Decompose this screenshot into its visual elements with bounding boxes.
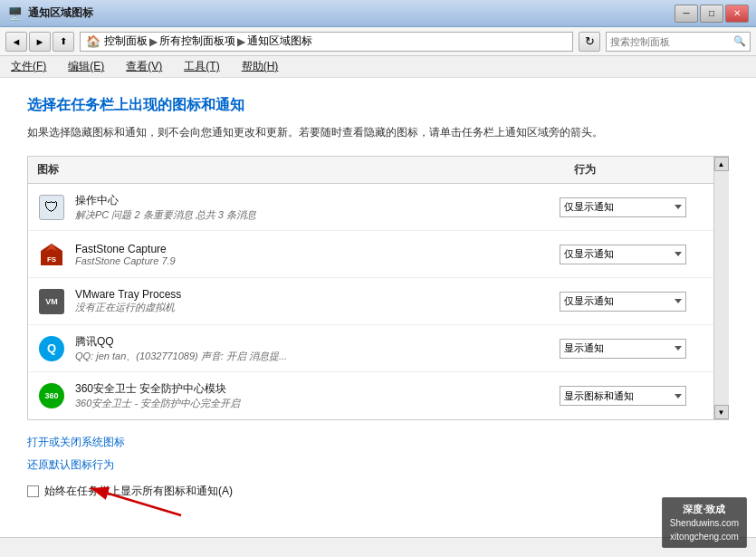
behavior-select-faststone[interactable]: 仅显示通知 (560, 245, 686, 264)
table-row: Q 腾讯QQ QQ: jen tan、(1032771089) 声音: 开启 消… (28, 325, 713, 372)
scroll-up-button[interactable]: ▲ (714, 157, 729, 171)
row-name-faststone: FastStone Capture (75, 243, 176, 255)
shield-icon: 🛡 (39, 195, 64, 220)
scroll-track (714, 171, 729, 405)
minimize-button[interactable]: ─ (675, 5, 698, 23)
row-desc-qq: QQ: jen tan、(1032771089) 声音: 开启 消息提... (75, 350, 287, 363)
row-right: 仅显示通知 (560, 197, 704, 217)
breadcrumb-path2: 所有控制面板项 (159, 34, 235, 49)
scroll-down-button[interactable]: ▼ (714, 405, 729, 419)
table-header: 图标 行为 (28, 157, 728, 184)
maximize-button[interactable]: □ (700, 5, 723, 23)
show-all-icons-label: 始终在任务栏上显示所有图标和通知(A) (44, 484, 233, 499)
refresh-icon: ↻ (585, 34, 595, 48)
title-bar-buttons: ─ □ ✕ (675, 5, 749, 23)
faststone-icon: FS (39, 242, 64, 267)
back-button[interactable]: ◄ (5, 32, 27, 52)
behavior-value: 仅显示通知 (564, 200, 614, 214)
row-text: 360安全卫士 安全防护中心模块 360安全卫士 - 安全防护中心完全开启 (75, 381, 240, 410)
row-name-vmware: VMware Tray Process (75, 288, 181, 301)
row-desc-vmware: 没有正在运行的虚拟机 (75, 301, 181, 314)
content-wrapper: 图标 行为 🛡 操作中心 解决PC 问题 2 条重要消息 总共 3 条消息 (27, 156, 729, 499)
content-area: 选择在任务栏上出现的图标和通知 如果选择隐藏图标和通知，则不会向您通知更改和更新… (0, 78, 756, 537)
up-button[interactable]: ⬆ (53, 32, 74, 52)
breadcrumb-path3: 通知区域图标 (247, 34, 312, 49)
row-right: 仅显示通知 (560, 292, 704, 312)
vmware-icon: VM (39, 289, 64, 314)
table-scrollbar[interactable]: ▲ ▼ (713, 157, 728, 419)
close-button[interactable]: ✕ (725, 5, 749, 23)
row-desc-360: 360安全卫士 - 安全防护中心完全开启 (75, 397, 240, 410)
header-behavior-col: 行为 (574, 162, 719, 178)
dropdown-arrow-icon (675, 346, 682, 351)
menu-tools[interactable]: 工具(T) (180, 57, 223, 76)
behavior-select-360[interactable]: 显示图标和通知 (560, 386, 686, 406)
row-left: Q 腾讯QQ QQ: jen tan、(1032771089) 声音: 开启 消… (37, 334, 560, 363)
row-right: 显示通知 (560, 339, 704, 359)
breadcrumb-icon: 🏠 (86, 34, 100, 48)
row-right: 显示图标和通知 (560, 386, 704, 406)
open-close-link-section: 打开或关闭系统图标 (27, 435, 729, 450)
row-left: 🛡 操作中心 解决PC 问题 2 条重要消息 总共 3 条消息 (37, 193, 560, 222)
breadcrumb-path1: 控制面板 (104, 34, 148, 49)
behavior-select-vmware[interactable]: 仅显示通知 (560, 292, 686, 312)
watermark-line1: 深度·致成 (670, 502, 739, 517)
row-text: FastStone Capture FastStone Capture 7.9 (75, 243, 176, 266)
row-name-qq: 腾讯QQ (75, 334, 287, 350)
dropdown-arrow-icon (675, 205, 682, 209)
behavior-value: 显示通知 (564, 341, 604, 355)
window-title: 通知区域图标 (28, 5, 93, 21)
address-bar: ◄ ► ⬆ 🏠 控制面板 ▶ 所有控制面板项 ▶ 通知区域图标 ↻ 🔍 (0, 27, 756, 56)
open-close-system-icons-link[interactable]: 打开或关闭系统图标 (27, 436, 125, 448)
title-bar-left: 🖥️ 通知区域图标 (7, 5, 93, 21)
address-path[interactable]: 🏠 控制面板 ▶ 所有控制面板项 ▶ 通知区域图标 (80, 32, 573, 52)
behavior-select-qq[interactable]: 显示通知 (560, 339, 686, 359)
breadcrumb-arrow-2: ▶ (237, 35, 245, 48)
nav-buttons: ◄ ► ⬆ (5, 32, 74, 52)
row-icon-360: 360 (37, 381, 66, 410)
header-icon-col: 图标 (37, 162, 574, 178)
search-box[interactable]: 🔍 (606, 32, 751, 52)
row-text: 操作中心 解决PC 问题 2 条重要消息 总共 3 条消息 (75, 193, 256, 222)
row-left: 360 360安全卫士 安全防护中心模块 360安全卫士 - 安全防护中心完全开… (37, 381, 560, 410)
search-input[interactable] (610, 36, 733, 47)
dropdown-arrow-icon (675, 299, 682, 303)
menu-edit[interactable]: 编辑(E) (64, 57, 108, 76)
dropdown-arrow-icon (675, 252, 682, 256)
menu-view[interactable]: 查看(V) (122, 57, 166, 76)
row-text: 腾讯QQ QQ: jen tan、(1032771089) 声音: 开启 消息提… (75, 334, 287, 363)
row-desc-faststone: FastStone Capture 7.9 (75, 255, 176, 266)
title-bar: 🖥️ 通知区域图标 ─ □ ✕ (0, 0, 756, 27)
table-row: VM VMware Tray Process 没有正在运行的虚拟机 仅显示通知 (28, 278, 713, 325)
row-icon-faststone: FS (37, 240, 66, 269)
breadcrumb-arrow-1: ▶ (149, 35, 158, 48)
menu-help[interactable]: 帮助(H) (238, 57, 282, 76)
row-name-360: 360安全卫士 安全防护中心模块 (75, 381, 240, 397)
svg-text:FS: FS (47, 255, 57, 264)
restore-defaults-link[interactable]: 还原默认图标行为 (27, 458, 114, 471)
row-right: 仅显示通知 (560, 245, 704, 264)
page-description: 如果选择隐藏图标和通知，则不会向您通知更改和更新。若要随时查看隐藏的图标，请单击… (27, 124, 729, 141)
behavior-value: 显示图标和通知 (564, 389, 634, 403)
refresh-button[interactable]: ↻ (579, 32, 600, 52)
qq-icon: Q (39, 336, 64, 361)
forward-button[interactable]: ► (29, 32, 51, 52)
table-row: 360 360安全卫士 安全防护中心模块 360安全卫士 - 安全防护中心完全开… (28, 372, 713, 419)
row-icon-qq: Q (37, 334, 66, 363)
table-row: 🛡 操作中心 解决PC 问题 2 条重要消息 总共 3 条消息 仅显示通知 (28, 184, 713, 231)
menu-file[interactable]: 文件(F) (7, 57, 50, 76)
row-left: FS FastStone Capture FastStone Capture 7… (37, 240, 560, 269)
row-name-actioncenter: 操作中心 (75, 193, 256, 208)
behavior-value: 仅显示通知 (564, 294, 614, 308)
restore-defaults-link-section: 还原默认图标行为 (27, 457, 729, 473)
watermark-line3: xitongcheng.com (670, 530, 739, 543)
row-desc-actioncenter: 解决PC 问题 2 条重要消息 总共 3 条消息 (75, 208, 256, 222)
window: 🖥️ 通知区域图标 ─ □ ✕ ◄ ► ⬆ 🏠 控制面板 ▶ 所有控制面板项 ▶… (0, 0, 756, 557)
behavior-select-actioncenter[interactable]: 仅显示通知 (560, 197, 686, 217)
show-all-icons-checkbox[interactable] (27, 485, 39, 497)
menu-bar: 文件(F) 编辑(E) 查看(V) 工具(T) 帮助(H) (0, 56, 756, 78)
table-body: 🛡 操作中心 解决PC 问题 2 条重要消息 总共 3 条消息 仅显示通知 (28, 184, 713, 419)
window-icon: 🖥️ (7, 6, 23, 21)
row-text: VMware Tray Process 没有正在运行的虚拟机 (75, 288, 181, 314)
table-row: FS FastStone Capture FastStone Capture 7… (28, 231, 713, 278)
